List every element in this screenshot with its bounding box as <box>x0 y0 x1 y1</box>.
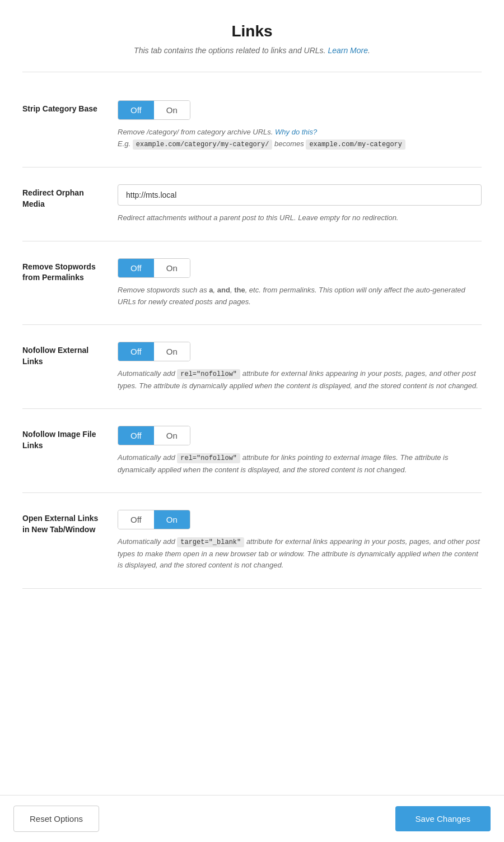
settings-row-remove-stopwords: Remove Stopwords from PermalinksOffOnRem… <box>22 241 482 325</box>
toggle-group-open-external-links-new-tab: OffOn <box>118 510 190 529</box>
control-nofollow-image-file-links: OffOnAutomatically add rel="nofollow" at… <box>118 426 482 476</box>
toggle-off-remove-stopwords[interactable]: Off <box>118 259 154 277</box>
desc-code-open-external-links-new-tab: target="_blank" <box>177 537 244 547</box>
toggle-on-nofollow-external-links[interactable]: On <box>154 342 190 361</box>
header-divider <box>22 72 482 72</box>
control-open-external-links-new-tab: OffOnAutomatically add target="_blank" a… <box>118 510 482 571</box>
toggle-on-remove-stopwords[interactable]: On <box>154 259 190 277</box>
page-container: Links This tab contains the options rela… <box>11 0 493 656</box>
desc-link-strip-category-base[interactable]: Why do this? <box>275 128 317 136</box>
label-strip-category-base: Strip Category Base <box>22 100 118 115</box>
toggle-group-strip-category-base: OffOn <box>118 100 190 120</box>
settings-row-nofollow-image-file-links: Nofollow Image File LinksOffOnAutomatica… <box>22 409 482 493</box>
desc-code-strip-category-base: example.com/my-category <box>306 139 405 150</box>
description-open-external-links-new-tab: Automatically add target="_blank" attrib… <box>118 536 482 571</box>
subtitle-period: . <box>368 46 370 55</box>
settings-row-redirect-orphan-media: Redirect Orphan MediaRedirect attachment… <box>22 168 482 241</box>
desc-strong-remove-stopwords: the <box>234 286 245 294</box>
page-title: Links <box>22 22 482 40</box>
control-strip-category-base: OffOnRemove /category/ from category arc… <box>118 100 482 150</box>
page-subtitle: This tab contains the options related to… <box>22 46 482 55</box>
toggle-off-nofollow-image-file-links[interactable]: Off <box>118 426 154 445</box>
save-changes-button[interactable]: Save Changes <box>395 806 491 831</box>
desc-code-strip-category-base: example.com/category/my-category/ <box>133 139 273 150</box>
desc-strong-remove-stopwords: and <box>217 286 230 294</box>
learn-more-link[interactable]: Learn More <box>328 46 368 55</box>
control-nofollow-external-links: OffOnAutomatically add rel="nofollow" at… <box>118 342 482 392</box>
description-strip-category-base: Remove /category/ from category archive … <box>118 127 482 150</box>
settings-row-nofollow-external-links: Nofollow External LinksOffOnAutomaticall… <box>22 325 482 409</box>
toggle-group-nofollow-external-links: OffOn <box>118 342 190 361</box>
settings-row-open-external-links-new-tab: Open External Links in New Tab/WindowOff… <box>22 493 482 589</box>
description-nofollow-external-links: Automatically add rel="nofollow" attribu… <box>118 368 482 392</box>
toggle-off-open-external-links-new-tab[interactable]: Off <box>118 510 154 529</box>
toggle-on-open-external-links-new-tab[interactable]: On <box>154 510 190 529</box>
desc-strong-remove-stopwords: a <box>209 286 213 294</box>
input-redirect-orphan-media[interactable] <box>118 184 482 206</box>
toggle-off-strip-category-base[interactable]: Off <box>118 101 154 119</box>
settings-container: Strip Category BaseOffOnRemove /category… <box>22 83 482 589</box>
desc-code-nofollow-external-links: rel="nofollow" <box>177 369 240 379</box>
control-remove-stopwords: OffOnRemove stopwords such as a, and, th… <box>118 258 482 308</box>
settings-row-strip-category-base: Strip Category BaseOffOnRemove /category… <box>22 83 482 168</box>
toggle-off-nofollow-external-links[interactable]: Off <box>118 342 154 361</box>
description-remove-stopwords: Remove stopwords such as a, and, the, et… <box>118 285 482 308</box>
label-nofollow-external-links: Nofollow External Links <box>22 342 118 367</box>
subtitle-text: This tab contains the options related to… <box>134 46 328 55</box>
toggle-group-remove-stopwords: OffOn <box>118 258 190 278</box>
label-redirect-orphan-media: Redirect Orphan Media <box>22 184 118 210</box>
footer-bar: Reset Options Save Changes <box>0 795 504 842</box>
description-nofollow-image-file-links: Automatically add rel="nofollow" attribu… <box>118 452 482 476</box>
control-redirect-orphan-media: Redirect attachments without a parent po… <box>118 184 482 224</box>
label-remove-stopwords: Remove Stopwords from Permalinks <box>22 258 118 283</box>
label-nofollow-image-file-links: Nofollow Image File Links <box>22 426 118 451</box>
toggle-on-strip-category-base[interactable]: On <box>154 101 190 119</box>
toggle-on-nofollow-image-file-links[interactable]: On <box>154 426 190 445</box>
reset-options-button[interactable]: Reset Options <box>13 806 99 832</box>
description-redirect-orphan-media: Redirect attachments without a parent po… <box>118 212 482 224</box>
label-open-external-links-new-tab: Open External Links in New Tab/Window <box>22 510 118 535</box>
toggle-group-nofollow-image-file-links: OffOn <box>118 426 190 445</box>
desc-code-nofollow-image-file-links: rel="nofollow" <box>177 453 240 463</box>
page-header: Links This tab contains the options rela… <box>22 22 482 55</box>
